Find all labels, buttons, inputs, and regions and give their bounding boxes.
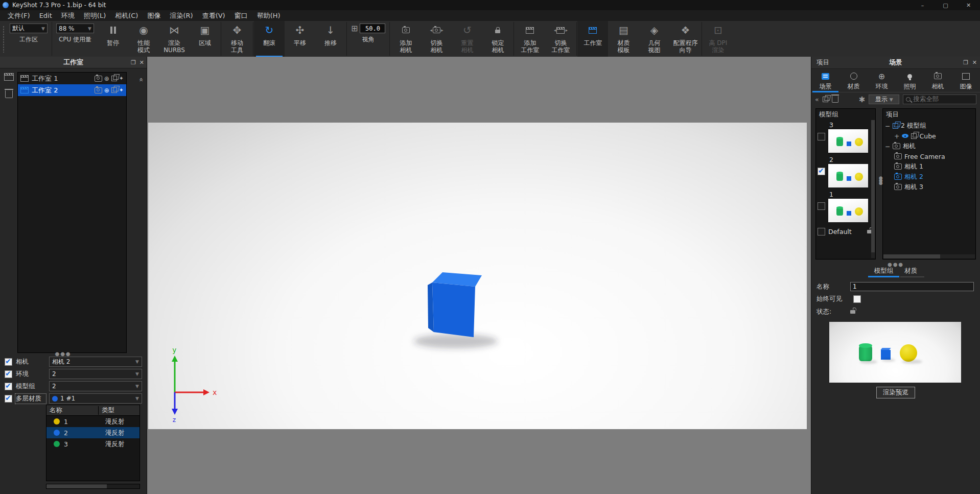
bottom-tab-model-set[interactable]: 模型组: [872, 266, 896, 277]
close-panel-icon[interactable]: ✕: [972, 59, 977, 66]
tab-material[interactable]: 材质: [839, 69, 868, 92]
close-button[interactable]: ✕: [957, 0, 980, 10]
tab-environment[interactable]: ⊕ 环境: [868, 69, 896, 92]
vertical-scrollbar[interactable]: [871, 120, 875, 258]
tab-scene[interactable]: 场景: [811, 69, 839, 92]
realtime-render-view[interactable]: y x z: [148, 123, 807, 429]
gear-icon[interactable]: ✱: [859, 95, 866, 104]
studio-list-item-selected[interactable]: 工作室 2 ⊕✦: [18, 84, 126, 96]
menu-view[interactable]: 查看(V): [198, 10, 230, 21]
add-studio-button[interactable]: 添加工作室: [515, 21, 545, 57]
collapse-node-icon[interactable]: −: [885, 122, 890, 130]
horizontal-scrollbar[interactable]: [46, 484, 140, 489]
render-nurbs-button[interactable]: ⋈ 渲染NURBS: [159, 21, 190, 57]
multi-material-select[interactable]: 1 #1▼: [49, 393, 142, 404]
state-lock-icon[interactable]: [850, 310, 855, 314]
visibility-eye-icon[interactable]: [902, 134, 908, 138]
viewport[interactable]: y x z: [147, 57, 811, 494]
minimize-button[interactable]: –: [911, 0, 934, 10]
geometry-view-button[interactable]: ◈ 几何视图: [639, 21, 669, 57]
dolly-button[interactable]: ↓ 推移: [315, 21, 346, 57]
model-set-item-active[interactable]: 2: [816, 155, 875, 190]
material-table-row[interactable]: 3 漫反射: [46, 438, 139, 450]
model-set-checkbox[interactable]: [818, 168, 825, 175]
name-column-header[interactable]: 名称: [46, 406, 99, 415]
menu-edit[interactable]: Edit: [35, 11, 57, 20]
model-set-select[interactable]: 2▼: [49, 381, 142, 391]
tree-node-camera-1[interactable]: 相机 1: [883, 161, 975, 172]
collapse-all-icon[interactable]: «: [138, 78, 146, 81]
tree-node-model-sets[interactable]: − 2 模型组: [883, 121, 975, 131]
menu-window[interactable]: 窗口: [230, 10, 252, 21]
material-table-row[interactable]: 1 漫反射: [46, 416, 139, 427]
add-camera-button[interactable]: 添加相机: [390, 21, 421, 57]
tree-node-camera-2-selected[interactable]: 相机 2: [883, 172, 975, 182]
environment-select[interactable]: 2▼: [49, 369, 142, 379]
performance-mode-button[interactable]: ◉ 性能模式: [128, 21, 159, 57]
tab-image[interactable]: 图像: [952, 69, 980, 92]
model-set-checkbox[interactable]: [818, 228, 825, 236]
region-button[interactable]: ▣ 区域: [190, 21, 220, 57]
multi-material-checkbox[interactable]: [5, 395, 12, 403]
studio-panel-button[interactable]: 工作室: [577, 21, 608, 57]
fov-input[interactable]: [360, 23, 385, 33]
render-preview-button[interactable]: 渲染预览: [876, 387, 915, 398]
model-set-item[interactable]: 3: [816, 121, 875, 155]
camera-checkbox[interactable]: [5, 358, 12, 366]
show-filter-dropdown[interactable]: 显示 ▼: [869, 95, 899, 104]
model-set-checkbox[interactable]: [818, 202, 825, 210]
menu-lighting[interactable]: 照明(L): [79, 10, 110, 21]
tree-node-cube[interactable]: + Cube: [883, 131, 975, 141]
delete-studio-icon[interactable]: [5, 90, 13, 100]
float-panel-icon[interactable]: ❐: [963, 59, 968, 66]
model-set-checkbox[interactable]: [818, 133, 825, 140]
tree-node-cameras[interactable]: − 相机: [883, 141, 975, 151]
camera-select[interactable]: 相机 2▼: [49, 357, 142, 367]
lock-camera-button[interactable]: 锁定相机: [482, 21, 513, 57]
model-set-item-default[interactable]: Default: [816, 225, 875, 236]
studio-list-item[interactable]: 工作室 1 ⊕✦: [18, 73, 126, 84]
tumble-button[interactable]: ↻ 翻滚: [254, 21, 285, 57]
menu-file[interactable]: 文件(F): [3, 10, 35, 21]
float-panel-icon[interactable]: ❐: [131, 59, 136, 66]
always-visible-checkbox[interactable]: [853, 295, 861, 303]
tab-lighting[interactable]: 照明: [896, 69, 924, 92]
close-panel-icon[interactable]: ✕: [139, 59, 144, 66]
menu-render[interactable]: 渲染(R): [165, 10, 197, 21]
material-table-row-selected[interactable]: 2 漫反射: [46, 427, 139, 438]
menu-help[interactable]: 帮助(H): [252, 10, 285, 21]
configurator-wizard-button[interactable]: ❖ 配置程序向导: [669, 21, 701, 57]
environment-checkbox[interactable]: [5, 370, 12, 378]
material-template-button[interactable]: ▤ 材质模板: [608, 21, 639, 57]
switch-camera-button[interactable]: ◂▸ 切换相机: [421, 21, 452, 57]
pause-button[interactable]: 暂停: [98, 21, 128, 57]
cpu-usage-dropdown[interactable]: 88 % ▼: [56, 23, 94, 33]
delete-icon[interactable]: [832, 96, 838, 103]
maximize-button[interactable]: ▢: [934, 0, 957, 10]
menu-environment[interactable]: 环境: [57, 10, 79, 21]
tab-camera[interactable]: 相机: [924, 69, 952, 92]
expand-node-icon[interactable]: +: [894, 132, 899, 140]
name-input[interactable]: [850, 282, 974, 291]
workspace-dropdown[interactable]: 默认 ▼: [10, 23, 48, 33]
tree-node-camera-3[interactable]: 相机 3: [883, 182, 975, 192]
switch-studio-button[interactable]: ◂▸ 切换工作室: [545, 21, 576, 57]
menu-image[interactable]: 图像: [143, 10, 165, 21]
collapse-node-icon[interactable]: −: [885, 143, 890, 150]
horizontal-scrollbar[interactable]: [883, 254, 975, 258]
model-set-item[interactable]: 1: [816, 190, 875, 225]
bottom-tab-material[interactable]: 材质: [902, 266, 919, 277]
type-column-header[interactable]: 类型: [99, 406, 139, 415]
pan-button[interactable]: ✣ 平移: [285, 21, 315, 57]
tree-node-free-camera[interactable]: Free Camera: [883, 151, 975, 161]
menu-camera[interactable]: 相机(C): [110, 10, 143, 21]
collapse-icon[interactable]: «: [815, 96, 819, 103]
toolbar-grip[interactable]: [1, 25, 6, 53]
add-studio-icon[interactable]: [4, 73, 14, 82]
column-splitter-handle[interactable]: ●●●: [879, 177, 882, 184]
move-tool-button[interactable]: ✥ 移动工具: [222, 21, 252, 57]
add-model-set-icon[interactable]: [823, 97, 828, 102]
model-set-checkbox[interactable]: [5, 383, 12, 390]
project-side-tab[interactable]: 项目: [811, 58, 834, 67]
search-input[interactable]: 搜索全部: [903, 95, 976, 104]
